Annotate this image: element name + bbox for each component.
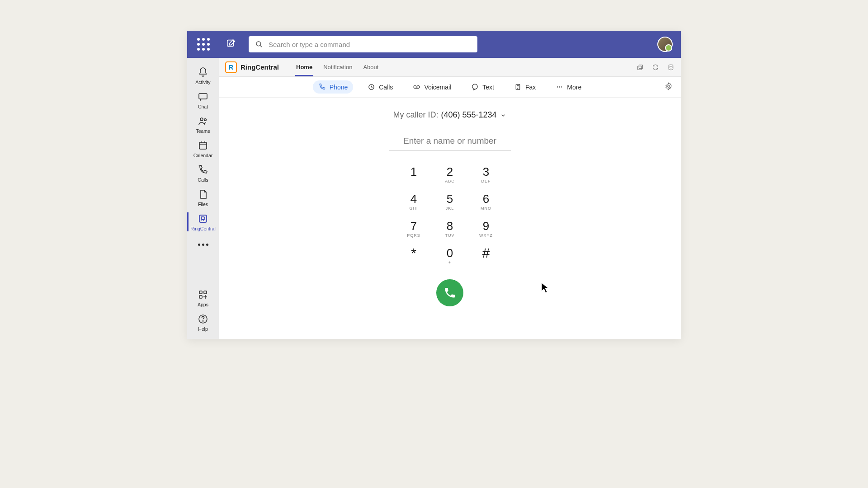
rail-item-label: Chat [198, 104, 208, 109]
svg-rect-13 [199, 296, 202, 298]
clock-icon [368, 83, 375, 91]
dialer-area: My caller ID: (406) 555-1234 1 2ABC 3DEF… [219, 98, 681, 339]
rail-item-label: Activity [195, 80, 210, 85]
svg-line-2 [260, 45, 262, 47]
tool-more[interactable]: More [550, 80, 587, 94]
tool-text[interactable]: Text [466, 80, 500, 94]
key-1[interactable]: 1 [396, 161, 432, 188]
key-9[interactable]: 9WXYZ [468, 215, 504, 242]
header-actions [637, 64, 675, 71]
call-button[interactable] [436, 279, 463, 306]
teams-icon [198, 116, 208, 127]
key-8[interactable]: 8TUV [432, 215, 468, 242]
text-icon [471, 83, 479, 91]
svg-point-32 [561, 86, 562, 87]
rail-item-teams[interactable]: Teams [187, 112, 219, 136]
search-bar[interactable] [249, 36, 477, 52]
tab-home[interactable]: Home [295, 58, 313, 76]
tab-notification[interactable]: Notification [322, 58, 353, 76]
tool-phone[interactable]: Phone [313, 80, 353, 94]
chat-icon [198, 91, 208, 102]
rail-item-apps[interactable]: Apps [187, 286, 219, 310]
tool-label: Phone [330, 84, 348, 91]
dial-input[interactable] [389, 133, 511, 151]
svg-point-31 [559, 86, 560, 87]
svg-point-23 [417, 86, 420, 89]
caller-id-selector[interactable]: My caller ID: (406) 555-1234 [393, 110, 506, 120]
key-5[interactable]: 5JKL [432, 188, 468, 215]
key-0[interactable]: 0+ [432, 242, 468, 269]
svg-rect-6 [199, 142, 207, 149]
rail-item-ringcentral[interactable]: RingCentral [187, 210, 219, 234]
svg-point-4 [200, 118, 203, 121]
svg-point-17 [203, 321, 203, 321]
calendar-icon [198, 140, 208, 151]
svg-point-25 [472, 84, 477, 89]
tab-about[interactable]: About [362, 58, 379, 76]
svg-point-20 [669, 65, 673, 66]
caller-id-number: (406) 555-1234 [441, 110, 496, 120]
rail-item-label: Files [198, 202, 208, 207]
key-7[interactable]: 7PQRS [396, 215, 432, 242]
profile-avatar[interactable] [657, 37, 673, 52]
phone-icon [318, 83, 326, 91]
svg-point-33 [668, 85, 670, 87]
rail-item-calendar[interactable]: Calendar [187, 136, 219, 161]
brand: R RingCentral [225, 61, 279, 73]
bell-icon [198, 67, 208, 78]
rail-item-more[interactable] [197, 234, 209, 253]
popout-icon[interactable] [637, 64, 644, 71]
top-bar [187, 31, 681, 58]
rail-item-label: Teams [196, 128, 210, 134]
search-input[interactable] [269, 41, 471, 48]
key-3[interactable]: 3DEF [468, 161, 504, 188]
refresh-icon[interactable] [652, 64, 659, 71]
tool-label: More [567, 84, 581, 91]
brand-logo: R [225, 61, 237, 73]
key-hash[interactable]: # [468, 242, 504, 269]
voicemail-icon [413, 83, 420, 91]
svg-point-30 [557, 86, 558, 87]
tool-voicemail[interactable]: Voicemail [407, 80, 457, 94]
rail-item-help[interactable]: Help [187, 310, 219, 334]
tool-calls[interactable]: Calls [362, 80, 398, 94]
apps-icon [198, 289, 208, 300]
brand-name: RingCentral [241, 63, 279, 71]
rail-item-label: Help [198, 326, 208, 332]
rail-item-label: Calendar [193, 153, 213, 158]
more-icon [556, 83, 563, 91]
compose-icon[interactable] [223, 36, 239, 53]
svg-rect-12 [204, 291, 207, 294]
tool-settings[interactable] [665, 82, 673, 92]
key-6[interactable]: 6MNO [468, 188, 504, 215]
key-star[interactable]: * [396, 242, 432, 269]
key-2[interactable]: 2ABC [432, 161, 468, 188]
phone-icon [198, 164, 208, 175]
caller-id-label: My caller ID: [393, 110, 438, 120]
rail-item-activity[interactable]: Activity [187, 63, 219, 88]
svg-point-1 [256, 42, 261, 46]
rail-item-chat[interactable]: Chat [187, 88, 219, 112]
stack-icon[interactable] [667, 64, 675, 71]
svg-rect-10 [199, 215, 207, 222]
file-icon [198, 189, 208, 200]
app-launcher-icon[interactable] [193, 34, 213, 54]
tool-label: Text [482, 84, 494, 91]
header-tabs: Home Notification About [295, 58, 379, 76]
help-icon [198, 314, 208, 324]
svg-rect-3 [199, 94, 207, 99]
tool-row: Phone Calls Voicemail Text Fax [219, 77, 681, 98]
chevron-down-icon [500, 112, 507, 119]
svg-point-22 [414, 86, 417, 89]
search-icon [255, 40, 263, 48]
key-4[interactable]: 4GHI [396, 188, 432, 215]
tool-label: Voicemail [424, 84, 451, 91]
ringcentral-icon [198, 213, 208, 224]
tool-fax[interactable]: Fax [509, 80, 541, 94]
app-window: Activity Chat Teams Calendar Calls Files [187, 31, 681, 339]
app-header: R RingCentral Home Notification About [219, 58, 681, 77]
left-rail: Activity Chat Teams Calendar Calls Files [187, 58, 219, 339]
svg-rect-18 [639, 65, 642, 68]
rail-item-files[interactable]: Files [187, 185, 219, 210]
rail-item-calls[interactable]: Calls [187, 161, 219, 185]
